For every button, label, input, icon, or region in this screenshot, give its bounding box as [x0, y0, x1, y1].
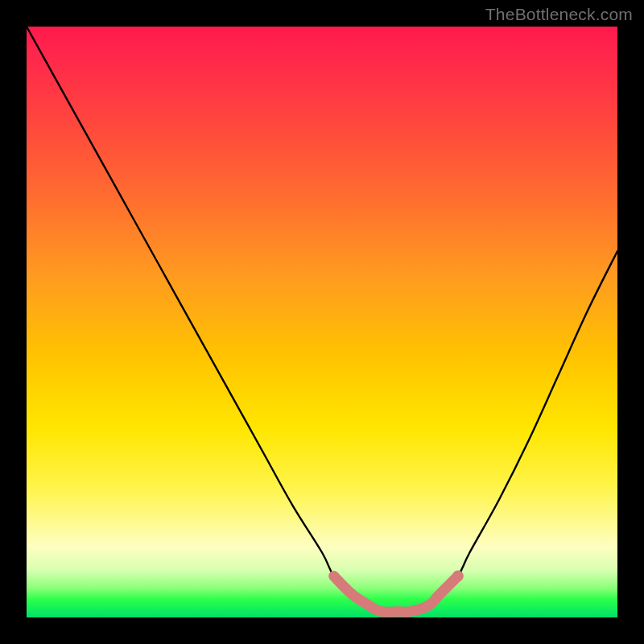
chart-frame: TheBottleneck.com	[0, 0, 644, 644]
chart-svg	[27, 27, 617, 617]
sweet-spot-marker	[334, 576, 458, 613]
watermark-text: TheBottleneck.com	[485, 5, 633, 24]
plot-area	[27, 27, 617, 617]
sweet-spot-end-dot	[452, 571, 464, 582]
bottleneck-curve	[27, 27, 617, 612]
